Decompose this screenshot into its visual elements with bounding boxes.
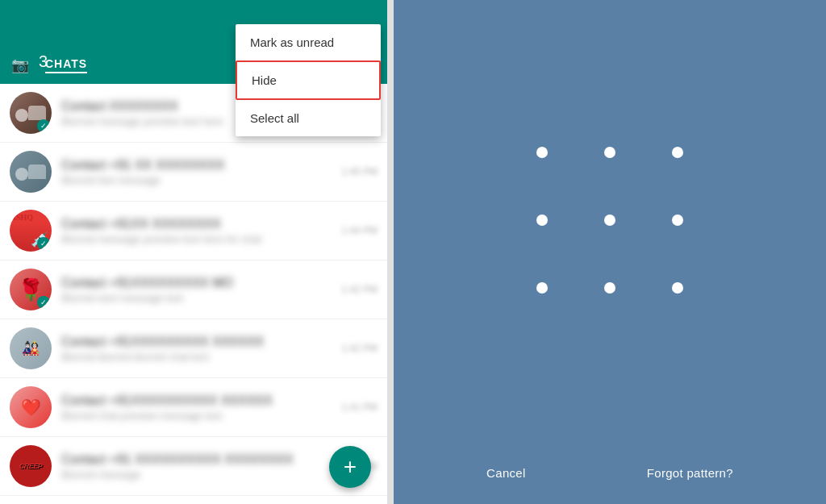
left-phone: ← 3 ★ ⋮ 📷 CHATS Mark as unread Hide Sele… [0, 0, 387, 504]
pattern-dot-3[interactable] [672, 147, 683, 158]
chat-meta: 1:44 PM [341, 225, 378, 236]
avatar [10, 151, 52, 193]
chat-meta: 1:42 PM [341, 284, 378, 295]
phone-divider [387, 0, 394, 504]
chat-message: Blurred message preview text here for ch… [61, 233, 335, 245]
chat-content: Contact +91XXXXXXXXX MO Blurred sent mes… [61, 276, 335, 304]
pattern-dot-5[interactable] [604, 215, 615, 226]
avatar: ❤️ [10, 386, 52, 428]
chat-name: Contact +91 XX XXXXXXXX [61, 158, 335, 173]
chat-item[interactable]: 🌹 ✓ Contact +91XXXXXXXXX MO Blurred sent… [0, 260, 387, 319]
new-chat-fab[interactable]: + [329, 446, 371, 488]
pattern-dot-4[interactable] [536, 215, 548, 226]
chat-name: Contact +91XX XXXXXXXX [61, 217, 335, 231]
context-menu: Mark as unread Hide Select all [236, 24, 381, 136]
chat-content: Contact +91 XX XXXXXXXX Blurred text mes… [61, 158, 335, 186]
chats-tab[interactable]: CHATS [45, 57, 87, 73]
chat-time: 1:41 PM [341, 402, 378, 413]
camera-tab-icon[interactable]: 📷 [11, 56, 29, 74]
chat-meta: 1:42 PM [341, 343, 378, 354]
pattern-dot-6[interactable] [672, 215, 683, 226]
check-icon: ✓ [37, 237, 50, 250]
pattern-dot-9[interactable] [672, 282, 683, 294]
chat-content: Contact +91 XXXXXXXXXX XXXXXXXX Blurred … [61, 452, 335, 481]
pattern-grid [536, 147, 683, 294]
check-icon: ✓ [37, 119, 50, 132]
right-phone: Cancel Forgot pattern? [394, 0, 826, 504]
avatar: CREEP [10, 445, 52, 487]
pattern-dot-8[interactable] [604, 282, 615, 294]
select-all-option[interactable]: Select all [236, 100, 381, 136]
chat-message: Blurred message [61, 469, 335, 481]
avatar: ✓ [10, 92, 52, 134]
avatar: 🌹 ✓ [10, 269, 52, 310]
pattern-dot-7[interactable] [536, 282, 548, 294]
chat-message: Blurred blurred blurred chat text [61, 351, 335, 363]
chat-item[interactable]: ISHQ 💉 ✓ Contact +91XX XXXXXXXX Blurred … [0, 202, 387, 260]
chat-name: Contact +91XXXXXXXXX MO [61, 276, 335, 290]
chat-meta: 1:41 PM [341, 402, 378, 413]
chat-name: Contact +91 XXXXXXXXXX XXXXXXXX [61, 452, 335, 467]
chat-message: Blurred sent message text [61, 292, 335, 304]
chat-name: Contact +91XXXXXXXXX XXXXXX [61, 335, 335, 349]
chat-time: 1:44 PM [341, 225, 378, 236]
pattern-dot-2[interactable] [604, 147, 615, 158]
check-icon: ✓ [37, 296, 50, 309]
chat-content: Contact +91XXXXXXXXX XXXXXX Blurred blur… [61, 335, 335, 363]
hide-option[interactable]: Hide [236, 60, 381, 100]
chat-item[interactable]: 🎎 Contact +91XXXXXXXXX XXXXXX Blurred bl… [0, 319, 387, 378]
chat-item[interactable]: ❤️ Contact +91XXXXXXXXXX XXXXXX Blurred … [0, 378, 387, 437]
avatar: 🎎 [10, 327, 52, 369]
chat-content: Contact +91XX XXXXXXXX Blurred message p… [61, 217, 335, 245]
chat-time: 1:42 PM [341, 284, 378, 295]
avatar: ISHQ 💉 ✓ [10, 210, 52, 252]
pattern-actions: Cancel Forgot pattern? [394, 466, 826, 480]
chat-time: 1:45 PM [341, 166, 378, 177]
mark-unread-option[interactable]: Mark as unread [236, 24, 381, 60]
chat-time: 1:42 PM [341, 343, 378, 354]
forgot-pattern-button[interactable]: Forgot pattern? [647, 466, 733, 480]
pattern-dot-1[interactable] [536, 147, 548, 158]
chat-message: Blurred chat preview message text [61, 410, 335, 422]
chat-content: Contact +91XXXXXXXXXX XXXXXX Blurred cha… [61, 394, 335, 422]
chat-item[interactable]: Contact +91 XX XXXXXXXX Blurred text mes… [0, 143, 387, 202]
cancel-button[interactable]: Cancel [486, 466, 526, 480]
chat-message: Blurred text message [61, 174, 335, 186]
chat-name: Contact +91XXXXXXXXXX XXXXXX [61, 394, 335, 408]
chat-list: ✓ Contact XXXXXXXX Blurred message previ… [0, 84, 387, 504]
chat-meta: 1:45 PM [341, 166, 378, 177]
